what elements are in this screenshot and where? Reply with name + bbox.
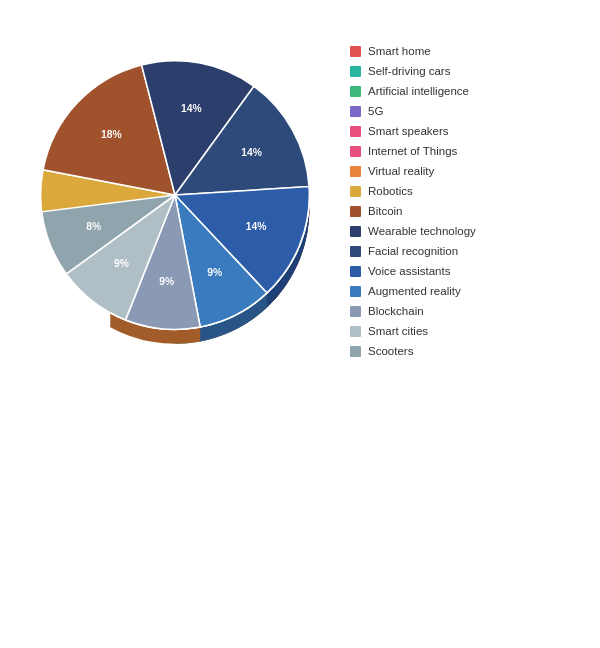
legend-color-box	[350, 346, 361, 357]
legend-label: 5G	[368, 105, 383, 117]
legend-item: Facial recognition	[350, 245, 580, 257]
legend-color-box	[350, 266, 361, 277]
legend-label: Augmented reality	[368, 285, 461, 297]
legend-color-box	[350, 146, 361, 157]
pie-area: 26%24%23%22%21%21%21%20%18%14%14%14%9%9%…	[20, 40, 340, 354]
legend-item: Artificial intelligence	[350, 85, 580, 97]
legend-color-box	[350, 186, 361, 197]
legend-item: Virtual reality	[350, 165, 580, 177]
pie-chart: 26%24%23%22%21%21%21%20%18%14%14%14%9%9%…	[20, 40, 330, 350]
slice-label: 14%	[181, 103, 202, 114]
legend-color-box	[350, 66, 361, 77]
legend-item: Voice assistants	[350, 265, 580, 277]
legend-label: Smart home	[368, 45, 431, 57]
slice-label: 9%	[159, 276, 174, 287]
legend-label: Voice assistants	[368, 265, 450, 277]
legend-label: Wearable technology	[368, 225, 476, 237]
legend-item: Wearable technology	[350, 225, 580, 237]
legend-color-box	[350, 246, 361, 257]
slice-label: 14%	[246, 221, 267, 232]
legend-label: Self-driving cars	[368, 65, 450, 77]
legend-area: Smart homeSelf-driving carsArtificial in…	[340, 40, 580, 365]
legend-item: Self-driving cars	[350, 65, 580, 77]
legend-item: Scooters	[350, 345, 580, 357]
legend-label: Artificial intelligence	[368, 85, 469, 97]
legend-item: Robotics	[350, 185, 580, 197]
slice-label: 9%	[114, 258, 129, 269]
legend-color-box	[350, 206, 361, 217]
legend-color-box	[350, 106, 361, 117]
legend-item: Augmented reality	[350, 285, 580, 297]
legend-label: Robotics	[368, 185, 413, 197]
legend-label: Smart speakers	[368, 125, 449, 137]
legend-label: Bitcoin	[368, 205, 403, 217]
legend-label: Scooters	[368, 345, 413, 357]
slice-label: 18%	[101, 129, 122, 140]
slice-label: 14%	[241, 147, 262, 158]
legend-item: Internet of Things	[350, 145, 580, 157]
legend-color-box	[350, 126, 361, 137]
slice-label: 9%	[207, 267, 222, 278]
legend-label: Smart cities	[368, 325, 428, 337]
legend-item: Smart home	[350, 45, 580, 57]
legend-color-box	[350, 306, 361, 317]
legend-label: Facial recognition	[368, 245, 458, 257]
legend-label: Blockchain	[368, 305, 424, 317]
legend-color-box	[350, 46, 361, 57]
legend-item: Smart speakers	[350, 125, 580, 137]
legend-color-box	[350, 286, 361, 297]
legend-item: Bitcoin	[350, 205, 580, 217]
slice-label: 8%	[86, 221, 101, 232]
legend-item: 5G	[350, 105, 580, 117]
legend-color-box	[350, 166, 361, 177]
legend-label: Internet of Things	[368, 145, 457, 157]
legend-color-box	[350, 226, 361, 237]
legend-color-box	[350, 86, 361, 97]
legend-color-box	[350, 326, 361, 337]
legend-label: Virtual reality	[368, 165, 434, 177]
legend-item: Blockchain	[350, 305, 580, 317]
legend-item: Smart cities	[350, 325, 580, 337]
chart-container: 26%24%23%22%21%21%21%20%18%14%14%14%9%9%…	[20, 40, 580, 365]
